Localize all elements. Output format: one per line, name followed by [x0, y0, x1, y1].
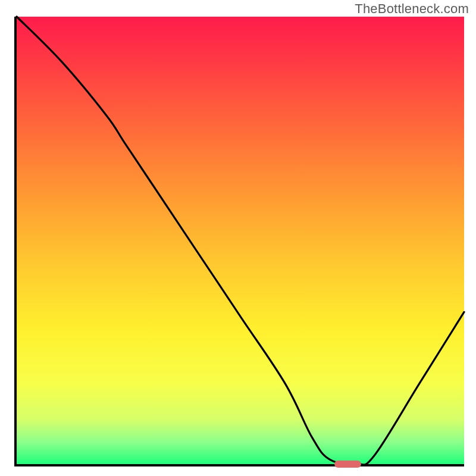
- plot-area: [14, 17, 464, 466]
- optimum-marker: [334, 461, 361, 468]
- bottleneck-curve: [17, 17, 464, 464]
- watermark-label: TheBottleneck.com: [355, 1, 469, 17]
- chart-container: TheBottleneck.com: [0, 0, 476, 476]
